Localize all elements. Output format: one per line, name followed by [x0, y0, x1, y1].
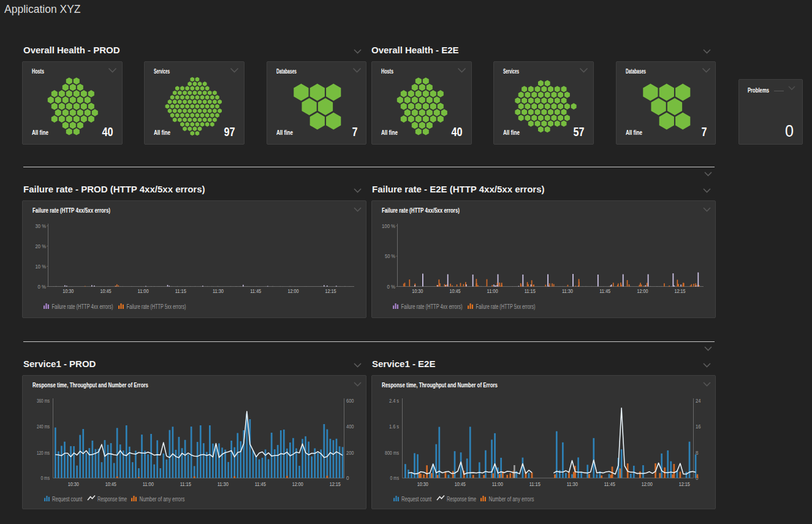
svg-text:1.6 s: 1.6 s [389, 423, 399, 430]
svg-text:All fine: All fine [381, 129, 398, 136]
svg-text:57: 57 [574, 125, 585, 139]
svg-text:12:00: 12:00 [642, 481, 653, 487]
svg-text:11:15: 11:15 [175, 288, 186, 294]
svg-text:Failure rate (HTTP 4xx errors): Failure rate (HTTP 4xx errors) [401, 303, 463, 310]
svg-text:12:15: 12:15 [675, 288, 686, 294]
svg-text:Request count: Request count [52, 496, 82, 503]
svg-text:All fine: All fine [276, 129, 293, 136]
svg-text:11:45: 11:45 [250, 288, 261, 294]
svg-text:97: 97 [224, 125, 235, 139]
svg-text:800 ms: 800 ms [385, 450, 399, 456]
svg-text:12:00: 12:00 [292, 481, 303, 487]
svg-text:11:30: 11:30 [562, 288, 573, 294]
svg-text:Hosts: Hosts [32, 67, 44, 75]
svg-text:12:15: 12:15 [330, 481, 341, 487]
svg-text:10 %: 10 % [36, 264, 47, 270]
svg-text:10:45: 10:45 [449, 288, 460, 294]
svg-text:Databases: Databases [626, 67, 646, 75]
svg-text:11:00: 11:00 [138, 288, 149, 294]
svg-text:Response time, Throughput and: Response time, Throughput and Number of … [32, 381, 148, 389]
svg-text:All fine: All fine [154, 129, 170, 136]
svg-text:11:30: 11:30 [567, 481, 578, 487]
svg-text:11:30: 11:30 [213, 288, 224, 294]
svg-text:12:15: 12:15 [679, 481, 690, 487]
svg-text:120 ms: 120 ms [37, 450, 50, 456]
svg-text:All fine: All fine [626, 129, 642, 136]
svg-text:Number of any errors: Number of any errors [140, 496, 185, 503]
svg-text:0 ms: 0 ms [41, 475, 50, 481]
svg-text:10:45: 10:45 [100, 288, 111, 294]
svg-text:0: 0 [346, 475, 349, 481]
svg-text:0 %: 0 % [387, 284, 396, 290]
svg-text:12:15: 12:15 [325, 288, 336, 294]
svg-text:11:00: 11:00 [492, 481, 503, 487]
svg-text:11:45: 11:45 [255, 481, 266, 487]
svg-text:600: 600 [346, 398, 354, 404]
svg-text:Response time: Response time [97, 496, 127, 503]
svg-text:10:30: 10:30 [412, 288, 423, 294]
svg-text:11:15: 11:15 [180, 481, 191, 487]
svg-text:16: 16 [696, 423, 701, 430]
svg-text:Failure rate (HTTP 4xx/5xx err: Failure rate (HTTP 4xx/5xx errors) [382, 207, 460, 214]
svg-text:Databases: Databases [276, 67, 297, 75]
svg-text:Response time, Throughput and: Response time, Throughput and Number of … [382, 381, 498, 389]
svg-text:0 ms: 0 ms [390, 475, 400, 481]
svg-text:200: 200 [346, 450, 354, 456]
svg-text:12:00: 12:00 [287, 288, 298, 294]
svg-text:Request count: Request count [401, 496, 431, 503]
svg-text:11:00: 11:00 [143, 481, 154, 487]
svg-text:10:30: 10:30 [417, 481, 428, 487]
svg-text:Failure rate (HTTP 4xx/5xx err: Failure rate (HTTP 4xx/5xx errors) [32, 207, 110, 214]
svg-text:Services: Services [503, 67, 519, 75]
svg-text:Failure rate (HTTP 5xx errors): Failure rate (HTTP 5xx errors) [476, 303, 536, 310]
svg-text:7: 7 [352, 125, 357, 139]
svg-text:Failure rate (HTTP 4xx errors): Failure rate (HTTP 4xx errors) [52, 303, 113, 310]
svg-text:Problems: Problems [748, 86, 769, 94]
svg-text:All fine: All fine [32, 129, 48, 136]
svg-text:0: 0 [785, 122, 794, 140]
svg-text:10:45: 10:45 [105, 481, 116, 487]
svg-text:11:30: 11:30 [218, 481, 229, 487]
svg-text:11:15: 11:15 [529, 481, 541, 487]
svg-text:Failure rate (HTTP 5xx errors): Failure rate (HTTP 5xx errors) [127, 303, 186, 310]
svg-text:24: 24 [696, 398, 701, 404]
svg-text:All fine: All fine [503, 129, 520, 136]
svg-text:Services: Services [154, 67, 170, 75]
svg-text:360 ms: 360 ms [37, 398, 50, 404]
svg-text:Hosts: Hosts [381, 67, 393, 75]
svg-text:11:45: 11:45 [604, 481, 615, 487]
svg-text:11:45: 11:45 [599, 288, 610, 294]
svg-text:11:15: 11:15 [525, 288, 536, 294]
svg-text:0 %: 0 % [38, 284, 47, 290]
svg-text:240 ms: 240 ms [37, 423, 50, 430]
svg-text:10:45: 10:45 [455, 481, 466, 487]
svg-text:100 %: 100 % [382, 223, 395, 229]
svg-text:50 %: 50 % [385, 253, 395, 259]
svg-text:Number of any errors: Number of any errors [489, 496, 534, 503]
svg-text:10:30: 10:30 [68, 481, 79, 487]
svg-text:12:00: 12:00 [637, 288, 648, 294]
svg-text:40: 40 [102, 125, 113, 139]
svg-text:30 %: 30 % [36, 223, 47, 229]
svg-text:Response time: Response time [447, 496, 476, 503]
svg-text:400: 400 [346, 423, 354, 430]
svg-text:7: 7 [701, 125, 707, 139]
svg-text:10:30: 10:30 [63, 288, 74, 294]
svg-text:40: 40 [452, 125, 463, 139]
svg-text:20 %: 20 % [36, 243, 47, 249]
svg-text:11:00: 11:00 [487, 288, 498, 294]
svg-text:2.4 s: 2.4 s [389, 398, 399, 404]
